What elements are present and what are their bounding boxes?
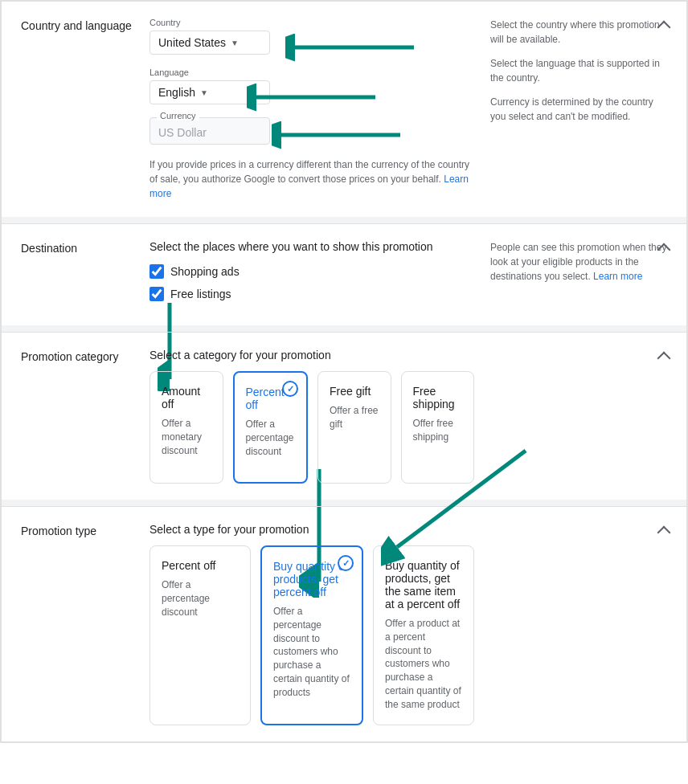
- shopping-ads-label: Shopping ads: [170, 265, 240, 278]
- currency-green-arrow: [272, 119, 416, 151]
- free-shipping-title: Free shipping: [413, 385, 463, 410]
- currency-wrapper: Currency US Dollar: [149, 117, 474, 145]
- country-language-content: Country United States ▼: [149, 18, 490, 201]
- destination-content: Select the places where you want to show…: [149, 240, 490, 309]
- free-listings-label: Free listings: [170, 288, 231, 300]
- country-language-label: Country and language: [21, 18, 149, 32]
- promotion-type-section: Promotion type Select a type for your pr…: [1, 506, 687, 742]
- section-header-type: Promotion type Select a type for your pr…: [21, 523, 667, 725]
- free-listings-checkbox[interactable]: [149, 287, 164, 301]
- country-help-column: Select the country where this promotion …: [490, 18, 667, 124]
- destination-section: Destination Select the places where you …: [1, 223, 687, 325]
- free-gift-title: Free gift: [330, 385, 379, 398]
- help-country-text: Select the country where this promotion …: [490, 18, 667, 47]
- shopping-ads-item: Shopping ads: [149, 264, 474, 279]
- destination-help: People can see this promotion when they …: [490, 240, 667, 284]
- country-green-arrow: [285, 30, 430, 67]
- buy-qty-same-desc: Offer a product at a percent discount to…: [385, 617, 462, 712]
- language-green-arrow: [247, 80, 391, 116]
- currency-field: Currency US Dollar: [149, 117, 474, 145]
- amount-off-desc: Offer a monetary discount: [162, 417, 211, 457]
- language-label: Language: [149, 67, 474, 77]
- svg-line-11: [397, 451, 526, 547]
- free-gift-card[interactable]: Free gift Offer a free gift: [317, 371, 391, 484]
- percent-off-check: [282, 381, 298, 397]
- section-header-country: Country and language Country United Stat…: [21, 18, 667, 201]
- language-value: English: [158, 86, 195, 99]
- currency-note: If you provide prices in a currency diff…: [149, 157, 474, 201]
- buy-qty-check: [338, 555, 354, 571]
- divider-2: [1, 325, 687, 332]
- type-label: Promotion type: [21, 523, 149, 537]
- help-language-text: Select the language that is supported in…: [490, 56, 667, 85]
- category-title: Select a category for your promotion: [149, 349, 474, 361]
- country-field: Country United States ▼: [149, 18, 474, 55]
- country-value: United States: [158, 36, 226, 49]
- category-label: Promotion category: [21, 349, 149, 363]
- buy-qty-same-card[interactable]: Buy quantity of products, get the same i…: [373, 545, 474, 725]
- destination-title: Select the places where you want to show…: [149, 240, 474, 253]
- learn-more-destination-link[interactable]: Learn more: [593, 271, 642, 282]
- section-header-destination: Destination Select the places where you …: [21, 240, 667, 309]
- amount-off-card[interactable]: Amount off Offer a monetary discount: [149, 371, 223, 484]
- promo-type-cards: Percent off Offer a percentage discount …: [149, 545, 474, 725]
- free-listings-item: Free listings: [149, 287, 474, 301]
- country-dropdown-arrow: ▼: [231, 39, 239, 47]
- country-label: Country: [149, 18, 474, 27]
- percent-off-desc: Offer a percentage discount: [246, 418, 296, 458]
- diagonal-arrow: [381, 443, 542, 571]
- promotion-category-section: Promotion category Select a category for…: [1, 332, 687, 500]
- percent-off-simple-title: Percent off: [162, 559, 239, 572]
- percent-off-simple-desc: Offer a percentage discount: [162, 578, 239, 619]
- country-language-section: Country and language Country United Stat…: [1, 1, 687, 217]
- amount-off-title: Amount off: [162, 385, 211, 410]
- free-shipping-desc: Offer free shipping: [413, 417, 463, 444]
- language-field: Language English ▼: [149, 67, 474, 104]
- free-gift-desc: Offer a free gift: [330, 404, 379, 431]
- destination-label: Destination: [21, 240, 149, 255]
- divider-1: [1, 217, 687, 223]
- language-dropdown-arrow: ▼: [200, 88, 208, 97]
- buy-qty-percent-desc: Offer a percentage discount to customers…: [273, 605, 350, 700]
- help-currency-text: Currency is determined by the country yo…: [490, 95, 667, 124]
- percent-off-card[interactable]: Percent off Offer a percentage discount: [233, 371, 309, 484]
- page-wrapper: Country and language Country United Stat…: [0, 0, 688, 743]
- buy-qty-percent-card[interactable]: Buy quantity of products, get percent of…: [260, 545, 363, 725]
- shopping-ads-checkbox[interactable]: [149, 264, 164, 279]
- country-select-wrapper[interactable]: United States ▼: [149, 31, 270, 55]
- percent-off-simple-card[interactable]: Percent off Offer a percentage discount: [149, 545, 251, 725]
- divider-3: [1, 500, 687, 506]
- language-select-wrapper[interactable]: English ▼: [149, 80, 270, 104]
- currency-value: US Dollar: [158, 126, 207, 139]
- currency-float-label: Currency: [157, 111, 199, 120]
- section-header-category: Promotion category Select a category for…: [21, 349, 667, 484]
